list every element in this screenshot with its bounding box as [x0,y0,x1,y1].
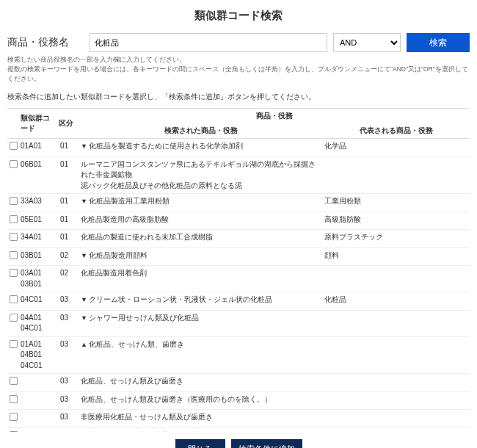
row-checkbox[interactable] [10,233,18,241]
row-name: 化粧品製造用着色剤 [79,266,323,292]
search-input[interactable] [90,33,327,52]
row-name-text: 化粧品、せっけん類及び歯磨き [81,377,183,385]
row-checkbox[interactable] [10,197,18,205]
row-name-text: 化粧品製造用着色剤 [81,269,147,277]
row-division: 01 [57,230,79,248]
row-name-text: 化粧品製造用顔料 [89,251,148,259]
row-name: 非医療用化粧品・せっけん類及び歯磨き [79,410,323,428]
table-row: 03B0102▼化粧品製造用顔料顔料 [7,248,470,266]
page-title: 類似群コード検索 [7,3,470,33]
header-group: 商品・役務 [79,109,470,123]
row-division: 03 [57,336,79,374]
row-division: 02 [57,248,79,266]
row-division: 01 [57,139,79,157]
row-code: 01A01 [19,139,57,157]
row-representative: 工業用粉類 [323,194,470,212]
row-representative [323,410,470,428]
search-button[interactable]: 検索 [407,33,470,52]
row-name: 化粧品、せっけん類及び歯磨き（医療用のものを除く。） [79,391,323,410]
hint-2: 複数の検索キーワードを用いる場合には、各キーワードの間にスペース（全角もしくは半… [7,65,470,84]
row-code [19,374,57,392]
row-division: 03 [57,391,79,410]
row-name-text: 化粧品、せっけん類、歯磨き [89,340,184,348]
row-checkbox[interactable] [10,377,18,385]
caret-down-icon[interactable]: ▼ [81,142,87,151]
header-representative: 代表される商品・役務 [323,123,470,139]
row-name-text: 化粧品の製造に使われる未加工合成樹脂 [81,233,213,241]
table-row: 01A0101▼化粧品を製造するために使用される化学添加剤化学品 [7,139,470,157]
row-representative [323,266,470,292]
results-scroll[interactable]: 類似群コード 区分 商品・役務 検索された商品・役務 代表される商品・役務 01… [7,109,470,432]
caret-up-icon[interactable]: ▲ [81,340,87,350]
row-representative: 顔料 [323,248,470,266]
row-checkbox[interactable] [10,269,18,277]
row-code [19,427,57,432]
row-checkbox[interactable] [10,215,18,223]
row-representative: 原料プラスチック [323,230,470,248]
row-name-text: 化粧品を製造するために使用される化学添加剤 [89,142,243,150]
row-checkbox[interactable] [10,295,18,303]
table-row: 03非医療用化粧品・せっけん類及び歯磨き [7,410,470,428]
search-label: 商品・役務名 [7,36,84,49]
table-row: 03A01 03B0102化粧品製造用着色剤 [7,266,470,292]
row-name: ▼シャワー用せっけん類及び化粧品 [79,310,323,336]
row-checkbox[interactable] [10,413,18,421]
hint-1: 検索したい商品役務名の一部を入力欄に入力してください。 [7,55,470,65]
row-representative [323,336,470,374]
row-code: 06B01 [19,156,57,194]
table-row: 34A0101化粧品の製造に使われる未加工合成樹脂原料プラスチック [7,230,470,248]
row-representative [323,427,470,432]
row-code: 33A03 [19,194,57,212]
row-division: 03 [57,292,79,311]
row-representative [323,391,470,410]
header-searched: 検索された商品・役務 [79,123,323,139]
row-code: 03B01 [19,248,57,266]
row-division: 03 [57,427,79,432]
search-hints: 検索したい商品役務名の一部を入力欄に入力してください。 複数の検索キーワードを用… [7,55,470,83]
table-row: 06B0101ルーマニア国コンスタンツァ県にあるテキルギョル湖の湖底から採掘され… [7,156,470,194]
row-checkbox[interactable] [10,251,18,259]
row-name-text: 化粧品製造用の高級脂肪酸 [81,215,169,223]
table-row: 03化粧品、せっけん類及び歯磨き（医療用のものを除く。） [7,391,470,410]
row-checkbox[interactable] [10,395,18,403]
row-representative [323,156,470,194]
row-representative: 化粧品 [323,292,470,311]
row-code: 05E01 [19,212,57,230]
row-name-text: シャワー用せっけん類及び化粧品 [89,314,199,322]
row-representative: 化学品 [323,139,470,157]
header-code: 類似群コード [19,109,57,139]
row-checkbox[interactable] [10,160,18,168]
caret-down-icon[interactable]: ▼ [81,197,87,206]
row-code: 04C01 [19,292,57,311]
caret-down-icon[interactable]: ▼ [81,295,87,305]
instruction: 検索条件に追加したい類似群コードを選択し、「検索条件に追加」ボタンを押してくださ… [7,92,470,102]
row-division: 01 [57,212,79,230]
row-name: ルーマニア国コンスタンツァ県にあるテキルギョル湖の湖底から採掘された非金属鉱物 … [79,156,323,194]
add-to-criteria-button[interactable]: 検索条件に追加 [231,439,302,448]
footer-buttons: 閉じる 検索条件に追加 [7,432,470,448]
table-row: 05E0101化粧品製造用の高級脂肪酸高級脂肪酸 [7,212,470,230]
row-name-text: 非医療用化粧品・せっけん類及び歯磨き [81,413,213,421]
row-name: 化粧品の製造に使われる未加工合成樹脂 [79,230,323,248]
row-checkbox[interactable] [10,340,18,348]
table-row: 04C0103▼クリーム状・ローション状・乳液状・ジェル状の化粧品化粧品 [7,292,470,311]
row-checkbox[interactable] [10,314,18,322]
logic-select[interactable]: ANDOR [333,33,401,52]
search-row: 商品・役務名 ANDOR 検索 [7,33,470,52]
row-division: 01 [57,156,79,194]
row-checkbox[interactable] [10,431,18,433]
row-division: 03 [57,310,79,336]
close-button[interactable]: 閉じる [175,439,225,448]
row-representative [323,310,470,336]
row-code: 03A01 03B01 [19,266,57,292]
caret-down-icon[interactable]: ▼ [81,251,87,261]
caret-down-icon[interactable]: ▼ [81,314,87,323]
row-representative [323,374,470,392]
row-checkbox[interactable] [10,142,18,150]
row-division: 01 [57,194,79,212]
table-row: 03化粧品・せっけん類・歯磨き（医療用のものを除く。） [7,427,470,432]
row-name-text: 化粧品・せっけん類・歯磨き（医療用のものを除く。） [81,431,264,433]
table-row: 04A01 04C0103▼シャワー用せっけん類及び化粧品 [7,310,470,336]
results-tbody: 01A0101▼化粧品を製造するために使用される化学添加剤化学品06B0101ル… [7,139,470,433]
row-code: 34A01 [19,230,57,248]
